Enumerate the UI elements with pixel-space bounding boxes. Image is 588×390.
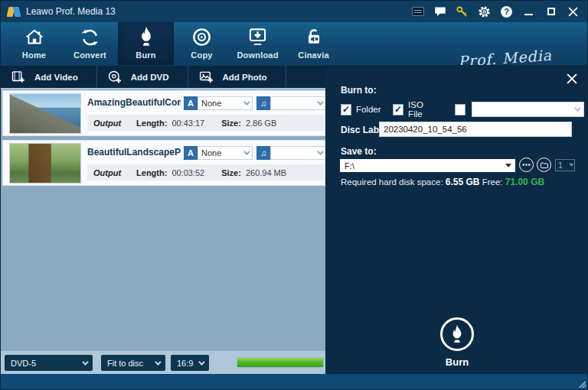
copy-disc-icon bbox=[191, 26, 212, 47]
ellipsis-icon bbox=[521, 160, 531, 170]
window-title: Leawo Prof. Media 13 bbox=[26, 6, 116, 17]
length-value: 00:03:52 bbox=[172, 168, 204, 177]
iso-file-label: ISO File bbox=[408, 100, 437, 119]
burn-flame-icon bbox=[440, 317, 474, 351]
subtitle-dropdown[interactable]: A None bbox=[184, 96, 253, 110]
subtitle-dropdown[interactable]: A None bbox=[184, 146, 253, 160]
chevron-down-icon bbox=[570, 162, 574, 167]
chevron-down-icon bbox=[317, 99, 323, 105]
fit-mode-select[interactable]: Fit to disc bbox=[101, 355, 165, 371]
aspect-ratio-select[interactable]: 16:9 bbox=[171, 355, 209, 371]
bottom-controls: DVD-5 Fit to disc 16:9 bbox=[1, 351, 326, 374]
main-nav: Home Convert Burn bbox=[1, 22, 588, 65]
convert-icon bbox=[80, 26, 100, 47]
file-list: AmazingBeautifulCompil... A None ♫ Outpu… bbox=[1, 88, 326, 351]
help-icon[interactable]: ? bbox=[500, 5, 513, 18]
add-dvd-button[interactable]: Add DVD bbox=[97, 66, 188, 88]
output-label: Output bbox=[93, 168, 121, 177]
download-icon bbox=[247, 26, 268, 47]
tab-download[interactable]: Download bbox=[230, 22, 286, 65]
disc-drive-dropdown[interactable] bbox=[472, 102, 584, 117]
folder-checkbox[interactable]: ✓ bbox=[341, 104, 351, 115]
audio-icon: ♫ bbox=[256, 146, 270, 160]
subtitle-icon: A bbox=[184, 96, 198, 110]
video-thumbnail bbox=[9, 143, 81, 184]
chevron-down-icon bbox=[243, 99, 250, 105]
chevron-down-icon bbox=[575, 105, 581, 111]
virtual-remote-icon[interactable] bbox=[411, 5, 424, 18]
subtitle-icon: A bbox=[184, 146, 198, 160]
close-icon[interactable] bbox=[567, 5, 580, 18]
output-label: Output bbox=[93, 119, 121, 128]
tab-convert[interactable]: Convert bbox=[62, 22, 118, 65]
chevron-down-icon bbox=[317, 148, 323, 154]
required-space-value: 6.55 GB bbox=[446, 177, 480, 187]
disk-space-info: Required hard disk space: 6.55 GB Free: … bbox=[341, 177, 544, 187]
output-info-row: Output Length: 00:43:17 Size: 2.86 GB bbox=[87, 115, 324, 131]
tab-home[interactable]: Home bbox=[6, 22, 62, 65]
output-info-row: Output Length: 00:03:52 Size: 260.94 MB bbox=[87, 164, 324, 180]
disc-checkbox[interactable] bbox=[455, 104, 466, 115]
tab-burn[interactable]: Burn bbox=[118, 22, 174, 65]
copies-dropdown[interactable]: 1 bbox=[555, 159, 575, 171]
length-value: 00:43:17 bbox=[172, 119, 204, 128]
home-icon bbox=[24, 26, 45, 47]
resize-grip[interactable] bbox=[577, 379, 586, 388]
add-video-icon bbox=[11, 69, 26, 85]
feedback-icon[interactable] bbox=[433, 5, 446, 18]
video-thumbnail bbox=[9, 93, 81, 134]
browse-button[interactable] bbox=[519, 158, 534, 172]
save-to-label: Save to: bbox=[341, 146, 377, 157]
video-title: BeautifulLandscapePictur... bbox=[87, 147, 181, 158]
panel-close-icon[interactable] bbox=[565, 72, 579, 86]
burn-to-options: ✓ Folder ✓ ISO File bbox=[341, 100, 588, 119]
subtitle-value: None bbox=[201, 148, 221, 158]
dropdown-arrow-icon bbox=[505, 164, 511, 167]
settings-gear-icon[interactable] bbox=[478, 5, 491, 18]
burn-flame-icon bbox=[136, 26, 156, 47]
size-value: 2.86 GB bbox=[246, 119, 276, 128]
list-item[interactable]: BeautifulLandscapePictur... A None ♫ Out… bbox=[2, 140, 325, 186]
disc-capacity-fill bbox=[237, 358, 323, 367]
maximize-icon[interactable] bbox=[544, 5, 557, 18]
burn-settings-panel: Burn to: ✓ Folder ✓ ISO File Disc Label:… bbox=[325, 65, 588, 374]
audio-dropdown[interactable]: ♫ bbox=[256, 96, 326, 110]
save-path-dropdown[interactable]: F:\ bbox=[340, 159, 515, 172]
tab-cinavia[interactable]: Cinavia bbox=[286, 22, 341, 65]
subtitle-value: None bbox=[201, 99, 221, 108]
add-toolbar: Add Video Add DVD Add Photo bbox=[1, 65, 326, 88]
disc-label-input[interactable] bbox=[379, 122, 572, 137]
iso-file-checkbox[interactable]: ✓ bbox=[393, 104, 403, 115]
open-folder-button[interactable] bbox=[537, 158, 551, 172]
tab-copy[interactable]: Copy bbox=[174, 22, 230, 65]
minimize-icon[interactable] bbox=[522, 5, 535, 18]
burn-button-label: Burn bbox=[446, 356, 469, 368]
audio-icon: ♫ bbox=[256, 96, 270, 110]
folder-label: Folder bbox=[356, 105, 381, 114]
statusbar bbox=[1, 374, 588, 390]
app-logo-icon bbox=[8, 5, 21, 18]
add-dvd-icon bbox=[107, 69, 122, 85]
folder-icon bbox=[540, 161, 549, 170]
titlebar: Leawo Prof. Media 13 ? bbox=[1, 1, 588, 22]
chevron-down-icon bbox=[198, 359, 204, 365]
burn-to-label: Burn to: bbox=[341, 85, 377, 96]
chevron-down-icon bbox=[82, 359, 88, 365]
app-window: Leawo Prof. Media 13 ? bbox=[0, 0, 588, 390]
burn-button[interactable]: Burn bbox=[325, 317, 588, 368]
register-key-icon[interactable] bbox=[456, 5, 469, 18]
disc-capacity-bar bbox=[237, 357, 324, 368]
cinavia-lock-icon bbox=[304, 26, 324, 47]
add-photo-button[interactable]: Add Photo bbox=[188, 66, 286, 88]
chevron-down-icon bbox=[155, 359, 161, 365]
video-title: AmazingBeautifulCompil... bbox=[87, 97, 181, 108]
chevron-down-icon bbox=[243, 148, 250, 154]
add-video-button[interactable]: Add Video bbox=[1, 66, 97, 88]
list-item[interactable]: AmazingBeautifulCompil... A None ♫ Outpu… bbox=[2, 90, 325, 136]
audio-dropdown[interactable]: ♫ bbox=[256, 146, 326, 160]
add-photo-icon bbox=[198, 69, 214, 85]
disc-type-select[interactable]: DVD-5 bbox=[5, 355, 93, 371]
free-space-value: 71.00 GB bbox=[505, 177, 544, 187]
size-value: 260.94 MB bbox=[246, 168, 286, 177]
